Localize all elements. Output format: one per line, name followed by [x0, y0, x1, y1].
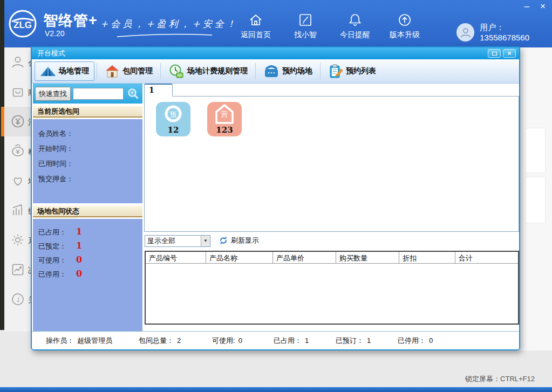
- nav-find-xiaozhi-label: 找小智: [294, 30, 317, 39]
- minimize-button[interactable]: –: [524, 1, 529, 12]
- col-product-code[interactable]: 产品编号: [146, 252, 206, 263]
- bell-icon: [336, 13, 374, 30]
- heart-icon: [11, 174, 25, 188]
- member-name-label: 会员姓名：: [38, 129, 73, 139]
- window-controls: – ×: [524, 1, 546, 12]
- chevron-down-icon: ▼: [201, 236, 210, 246]
- toolbar-button-label: 预约场地: [282, 66, 312, 76]
- deposit-label: 预交押金：: [38, 174, 73, 184]
- background-card: [525, 128, 546, 173]
- quick-search-row: 快速查找: [33, 84, 142, 104]
- toolbar-room-management[interactable]: 包间管理: [99, 61, 158, 81]
- display-filter-dropdown[interactable]: 显示全部 ▼: [145, 235, 210, 247]
- slogan-underline: [116, 32, 213, 38]
- sidebar-item-decision[interactable]: 决: [4, 255, 31, 285]
- dialog-titlebar[interactable]: 开台模式 ×: [32, 47, 519, 59]
- nav-home[interactable]: 返回首页: [236, 13, 275, 40]
- product-table: 产品编号 产品名称 产品单价 购买数量 折扣 合计: [145, 251, 519, 325]
- trend-icon: [11, 263, 25, 277]
- toolbar-button-label: 场地管理: [59, 66, 89, 76]
- sidebar-selected-accent: [1, 107, 4, 136]
- sidebar-item-statistics[interactable]: 统: [4, 196, 31, 225]
- toolbar-separator: [160, 63, 161, 79]
- col-total[interactable]: 合计: [455, 252, 518, 263]
- lock-screen-hint: 锁定屏幕：CTRL+F12: [465, 374, 535, 384]
- dialog-toolbar: 场地管理 包间管理: [32, 59, 519, 84]
- toolbar-reserve-venue[interactable]: 预约场地: [258, 61, 318, 81]
- sidebar: 会 商 消: [4, 47, 31, 332]
- magnifier-icon[interactable]: [127, 87, 140, 100]
- sidebar-item-points[interactable]: 积: [4, 136, 31, 166]
- quick-search-input[interactable]: [73, 88, 124, 100]
- user-box[interactable]: 用户：13558678560: [456, 23, 552, 42]
- dialog-close-button[interactable]: ×: [503, 49, 516, 58]
- tab-floor-1[interactable]: 1: [144, 84, 173, 97]
- nav-home-label: 返回首页: [241, 30, 271, 39]
- dialog-maximize-button[interactable]: [488, 49, 501, 58]
- selected-room-header: 当前所选包间: [33, 106, 142, 118]
- clipboard-icon: [328, 64, 343, 79]
- bag-icon: [11, 85, 25, 99]
- toolbar-button-label: 包间管理: [122, 66, 153, 76]
- room-tile-operating[interactable]: 营 123: [207, 102, 242, 136]
- svg-text:i: i: [17, 295, 19, 304]
- reserved-count: 1: [76, 240, 82, 251]
- room-status-panel: 已占用：1 已预定：1 可使用：0 已停用：0: [33, 219, 142, 331]
- nav-find-xiaozhi[interactable]: 找小智: [286, 13, 325, 40]
- background-card: [525, 177, 546, 223]
- toolbar-button-label: 场地计费规则管理: [187, 66, 248, 76]
- col-discount[interactable]: 折扣: [399, 252, 455, 263]
- reserved-row: 已预定：1: [38, 240, 82, 251]
- toolbar-separator: [320, 63, 321, 79]
- dialog-title: 开台模式: [37, 49, 65, 58]
- toolbar-venue-management[interactable]: 场地管理: [35, 61, 94, 81]
- col-quantity[interactable]: 购买数量: [336, 252, 399, 263]
- toolbar-separator: [255, 63, 256, 79]
- quick-search-button[interactable]: 快速查找: [35, 87, 71, 101]
- sidebar-item-members[interactable]: 会: [4, 47, 31, 77]
- maximize-icon: [492, 52, 497, 56]
- close-button[interactable]: ×: [540, 1, 546, 12]
- sidebar-item-goods[interactable]: 商: [4, 77, 31, 107]
- dialog-left-panel: 快速查找 当前所选包间 会员姓名： 开始时间： 已用时间： 预交押金： 场地: [33, 84, 142, 331]
- sidebar-item-consume[interactable]: 消: [4, 107, 31, 136]
- phone-icon: [263, 64, 280, 78]
- sidebar-item-system[interactable]: 系: [4, 225, 31, 255]
- elapsed-time-label: 已用时间：: [38, 159, 73, 169]
- available-count: 0: [76, 255, 82, 265]
- avatar: [456, 23, 474, 42]
- nav-version-upgrade-label: 版本升级: [390, 30, 420, 39]
- nav-today-reminder[interactable]: 今日提醒: [336, 13, 374, 40]
- refresh-display-button[interactable]: 刷新显示: [219, 236, 259, 245]
- room-status-header: 场地包间状态: [33, 205, 142, 217]
- tent-icon: [40, 65, 56, 78]
- sidebar-item-venue[interactable]: 地: [4, 166, 31, 196]
- disabled-row: 已停用：0: [38, 269, 82, 279]
- col-product-name[interactable]: 产品名称: [206, 252, 273, 263]
- toolbar-button-label: 预约列表: [346, 66, 376, 76]
- room-tile-reserved[interactable]: 预 12: [156, 102, 190, 136]
- house-icon: [105, 64, 120, 78]
- brand-slogan: +会员，+盈利，+安全！: [100, 18, 238, 30]
- col-unit-price[interactable]: 产品单价: [273, 252, 336, 263]
- app-window: ZLG 智络管+ V2.20 +会员，+盈利，+安全！ 返回首页: [0, 0, 552, 392]
- svg-text:ZLG: ZLG: [13, 20, 32, 30]
- header-tab-decoration: [34, 217, 77, 219]
- refresh-icon: [219, 236, 228, 245]
- close-icon: ×: [507, 50, 511, 57]
- topbar: ZLG 智络管+ V2.20 +会员，+盈利，+安全！ 返回首页: [0, 0, 552, 47]
- user-label: 用户：13558678560: [480, 23, 552, 42]
- occupied-row: 已占用：1: [38, 226, 82, 237]
- available-row: 可使用：0: [38, 255, 82, 265]
- piggy-bank-icon: [11, 144, 25, 158]
- occupied-status: 已占用：1: [274, 336, 336, 346]
- sidebar-item-about[interactable]: i 关: [4, 285, 31, 314]
- open-table-dialog: 开台模式 × 场地管理: [31, 46, 520, 350]
- toolbar-billing-rules[interactable]: 场地计费规则管理: [163, 61, 253, 81]
- yen-circle-icon: [11, 114, 25, 128]
- toolbar-reservation-list[interactable]: 预约列表: [323, 61, 381, 81]
- nav-today-reminder-label: 今日提醒: [340, 30, 370, 39]
- reserved-status: 已预订：1: [336, 336, 398, 346]
- nav-version-upgrade[interactable]: 版本升级: [385, 13, 424, 40]
- selected-room-panel: 会员姓名： 开始时间： 已用时间： 预交押金：: [33, 119, 142, 203]
